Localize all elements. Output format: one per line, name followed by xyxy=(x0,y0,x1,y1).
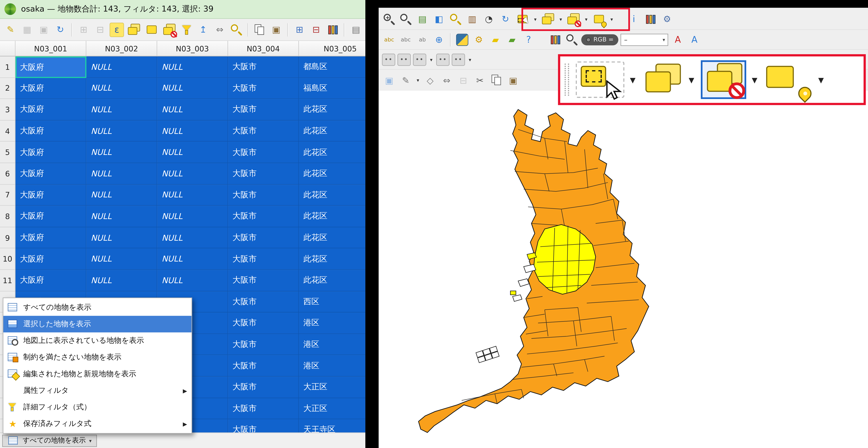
menu-item[interactable]: 編集された地物と新規地物を表示 xyxy=(3,366,191,382)
cell[interactable]: 此花区 xyxy=(299,163,365,185)
add-polygon-icon[interactable]: ◇ xyxy=(423,73,437,88)
move-selection-to-top-icon[interactable]: ↥ xyxy=(196,23,210,37)
refresh-map-icon[interactable]: ↻ xyxy=(498,12,513,26)
label-pin-icon[interactable]: ab xyxy=(415,32,430,47)
cell[interactable]: 大阪市 xyxy=(228,313,299,334)
select-features-dropdown-icon[interactable]: ▾ xyxy=(630,73,636,87)
toolbar-drag-handle-icon[interactable] xyxy=(565,64,569,96)
paste-features-icon[interactable]: ▣ xyxy=(269,23,283,37)
menu-item[interactable]: 制約を満たさない地物を表示 xyxy=(3,349,191,366)
menu-item[interactable]: ★保存済みフィルタ式▶ xyxy=(3,415,191,432)
cell[interactable]: NULL xyxy=(86,142,157,163)
cell[interactable]: NULL xyxy=(157,142,228,163)
select-features-dropdown-icon[interactable]: ▾ xyxy=(533,16,538,22)
deselect-features-from-all-layers-dropdown-icon[interactable]: ▾ xyxy=(752,73,757,87)
reshape-dropdown-icon[interactable]: ▾ xyxy=(467,57,473,62)
menu-item[interactable]: すべての地物を表示 xyxy=(3,299,191,316)
menu-item[interactable]: 地図上に表示されている地物を表示 xyxy=(3,332,191,349)
cell[interactable]: 大阪市 xyxy=(228,334,299,355)
cell[interactable]: 大阪市 xyxy=(228,57,299,78)
column-header-N03_003[interactable]: N03_003 xyxy=(157,41,228,57)
deselect-all-icon[interactable] xyxy=(162,23,177,37)
digitize-dropdown-icon[interactable]: ▾ xyxy=(415,77,421,83)
cell[interactable]: NULL xyxy=(86,78,157,99)
menu-item[interactable]: 属性フィルタ▶ xyxy=(3,382,191,399)
cell[interactable]: NULL xyxy=(86,270,157,291)
cell[interactable]: 大阪市 xyxy=(228,355,299,377)
filter-select-icon[interactable] xyxy=(180,23,194,37)
row-number[interactable]: 7 xyxy=(0,184,16,206)
cell[interactable]: NULL xyxy=(86,99,157,120)
toggle-editing-icon[interactable]: ✎ xyxy=(3,23,18,37)
cell[interactable]: 福島区 xyxy=(299,78,365,99)
cell[interactable]: 大阪府 xyxy=(16,120,87,142)
vertex-dropdown-icon[interactable]: ▾ xyxy=(429,57,434,62)
cell[interactable]: 大阪府 xyxy=(16,270,87,291)
row-number[interactable]: 11 xyxy=(0,270,16,291)
row-number[interactable]: 2 xyxy=(0,78,16,99)
cell[interactable]: 大阪市 xyxy=(228,398,299,419)
digitize-with-segment-icon[interactable]: ✎ xyxy=(399,73,413,88)
cell[interactable]: NULL xyxy=(157,57,228,78)
cell[interactable]: 大阪市 xyxy=(228,377,299,398)
filter-mode-button[interactable]: すべての地物を表示 ▾ xyxy=(2,435,97,447)
pan-to-selection-icon[interactable]: ⇔ xyxy=(213,23,227,37)
cell[interactable]: 大正区 xyxy=(299,377,365,398)
cell[interactable]: 此花区 xyxy=(299,270,365,291)
delete-features-icon[interactable]: ⊟ xyxy=(93,23,107,37)
column-header-N03_005[interactable]: N03_005 xyxy=(299,41,365,57)
cell[interactable]: 天王寺区 xyxy=(299,419,365,433)
cell[interactable]: 西区 xyxy=(299,291,365,313)
column-header-N03_004[interactable]: N03_004 xyxy=(228,41,299,57)
vertex-tool-all-layers-icon[interactable]: •• xyxy=(398,54,411,66)
menu-item[interactable]: 選択した地物を表示 xyxy=(3,316,191,332)
cell[interactable]: NULL xyxy=(157,78,228,99)
cell[interactable]: 大阪市 xyxy=(228,142,299,163)
row-number[interactable]: 6 xyxy=(0,163,16,185)
cell[interactable]: 大阪市 xyxy=(228,120,299,142)
font-a-red-icon[interactable]: A xyxy=(671,32,685,47)
map-canvas[interactable] xyxy=(379,91,868,448)
menu-item[interactable]: 詳細フィルタ（式） xyxy=(3,399,191,415)
raster-attribute-icon[interactable] xyxy=(548,32,562,47)
cell[interactable]: 大阪府 xyxy=(16,163,87,185)
zoom-to-selection-icon[interactable] xyxy=(229,23,244,37)
row-number[interactable]: 3 xyxy=(0,99,16,120)
zoom-to-selection-icon[interactable] xyxy=(448,12,463,26)
cell[interactable]: NULL xyxy=(86,57,157,78)
deselect-features-icon[interactable] xyxy=(566,12,582,26)
zoom-to-layer-icon[interactable]: ▤ xyxy=(415,12,430,26)
cell[interactable]: 大阪府 xyxy=(16,57,87,78)
cell[interactable]: 大阪府 xyxy=(16,249,87,270)
invert-selection-icon[interactable] xyxy=(144,23,160,37)
reshape-features-icon[interactable]: •• xyxy=(452,54,465,66)
paste-features-icon[interactable]: ▣ xyxy=(506,73,520,88)
cell[interactable]: 都島区 xyxy=(299,57,365,78)
rgb-value-combo[interactable]: –▾ xyxy=(621,33,668,45)
select-features-icon[interactable] xyxy=(515,12,530,26)
cell[interactable]: 大阪府 xyxy=(16,206,87,227)
save-layer-edits-icon[interactable]: ▣ xyxy=(382,73,396,88)
cell[interactable]: 此花区 xyxy=(299,120,365,142)
cell[interactable]: NULL xyxy=(157,206,228,227)
row-number[interactable]: 8 xyxy=(0,206,16,227)
cell[interactable]: NULL xyxy=(157,249,228,270)
cell[interactable]: 此花区 xyxy=(299,99,365,120)
cell[interactable]: 此花区 xyxy=(299,249,365,270)
cell[interactable]: 大阪府 xyxy=(16,142,87,163)
statistical-summary-icon[interactable] xyxy=(643,12,658,26)
select-all-icon[interactable] xyxy=(126,23,142,37)
row-number[interactable]: 1 xyxy=(0,57,16,78)
row-number[interactable]: 10 xyxy=(0,249,16,270)
add-feature-icon[interactable]: ⊞ xyxy=(76,23,91,37)
column-header-N03_002[interactable]: N03_002 xyxy=(86,41,157,57)
cut-features-icon[interactable]: ✂ xyxy=(473,73,487,88)
cell[interactable]: 大阪市 xyxy=(228,184,299,206)
cell[interactable]: NULL xyxy=(157,99,228,120)
select-by-location-button[interactable] xyxy=(764,62,813,98)
deselect-features-from-all-layers-button[interactable] xyxy=(701,60,746,99)
python-console-icon[interactable] xyxy=(455,32,469,47)
options-icon[interactable]: ⚙ xyxy=(660,12,674,26)
zoom-full-icon[interactable] xyxy=(399,12,413,26)
cell[interactable]: NULL xyxy=(157,270,228,291)
